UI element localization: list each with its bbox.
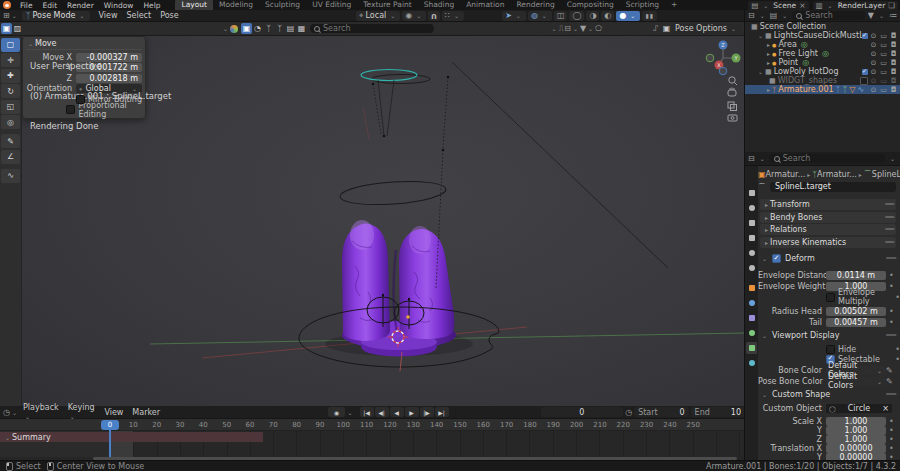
properties-options-icon[interactable]: ⌄ <box>890 155 895 162</box>
filter-icon[interactable]: ▼ <box>868 11 874 20</box>
collection-checkbox[interactable] <box>860 77 868 85</box>
menu-help[interactable]: Help <box>138 1 165 10</box>
tab-modeling[interactable]: Modeling <box>213 0 259 10</box>
gizmo-z-neg[interactable] <box>719 67 727 75</box>
toggle-eye-icon[interactable]: ⊙ <box>869 41 878 49</box>
tab-scripting[interactable]: Scripting <box>620 0 665 10</box>
add-workspace-button[interactable]: + <box>665 0 683 10</box>
tab-sculpting[interactable]: Sculpting <box>259 0 306 10</box>
properties-tab-physics[interactable] <box>746 297 757 309</box>
filter-toggle-layers[interactable]: ▤ <box>285 23 296 34</box>
zoom-control-icon[interactable] <box>729 77 737 85</box>
tool-measure[interactable]: ∠ <box>1 150 20 164</box>
toggle-camera-icon[interactable]: ◘ <box>889 41 898 49</box>
view-layer-selector[interactable]: ▥⌄ RenderLayer ❏ <box>813 1 898 10</box>
xray-toggle[interactable]: ◫ <box>554 11 568 21</box>
toggle-eye-icon[interactable]: ⊙ <box>869 32 878 40</box>
properties-tab-tool[interactable] <box>746 187 757 199</box>
envelope-distance-field[interactable]: 0.0114 m <box>826 271 886 280</box>
shading-rendered-button[interactable]: ●⌄ <box>616 11 640 21</box>
toggle-camera-icon[interactable]: ◘ <box>889 68 898 76</box>
tool-transform[interactable]: ◎ <box>1 115 20 129</box>
properties-tab-output[interactable] <box>746 217 757 229</box>
checkbox-mirror-editing[interactable] <box>76 95 85 104</box>
menu-edit[interactable]: Edit <box>38 1 63 10</box>
viewport-display-section-header[interactable]: ⌄Viewport Display══ <box>760 331 896 340</box>
custom-shape-section-header[interactable]: ⌄Custom Shape══ <box>760 390 896 399</box>
breadcrumb-item-2[interactable]: SplineL... <box>872 170 900 179</box>
playhead-handle[interactable]: 0 <box>101 420 119 430</box>
playhead-line[interactable] <box>109 430 111 457</box>
viewport-menu-select[interactable]: Select <box>126 11 151 20</box>
section-transform[interactable]: ▸Transform══ <box>760 199 896 210</box>
shield-icon[interactable]: ⬠ <box>595 24 602 33</box>
tool-fallback-icon[interactable]: ▨ <box>12 23 23 34</box>
layers-icon[interactable]: ⊟ <box>564 24 571 33</box>
properties-tab-bone[interactable] <box>746 342 757 354</box>
transport-jump-end-button[interactable]: ▶| <box>435 407 449 417</box>
snap-toggle[interactable]: U <box>428 11 440 21</box>
timeline-menu-marker[interactable]: Marker <box>132 408 160 417</box>
toolbar-search-input[interactable]: Search <box>310 24 434 33</box>
menu-window[interactable]: Window <box>99 1 139 10</box>
current-frame-field[interactable]: 0 <box>541 407 624 417</box>
outliner-search-input[interactable]: Search <box>792 11 864 20</box>
outliner-row-lightscausedickmustlookperfect[interactable]: ⌄▦LightsCauseDickMustLookPerfect⊙▭◘ <box>745 31 900 40</box>
outliner-display-mode-icon[interactable]: ⊟ <box>748 11 755 20</box>
toggle-eye-icon[interactable]: ⊙ <box>869 86 878 94</box>
scene-selector[interactable]: ▤⌄ Scene × <box>748 1 808 10</box>
blender-logo-icon[interactable] <box>3 1 11 9</box>
transport-jump-start-button[interactable]: |◀ <box>360 407 374 417</box>
custom-shape-y-1-field[interactable]: 1.000 <box>826 426 886 435</box>
editor-type-icon[interactable]: ⊞ <box>3 11 10 20</box>
toggle-camera-icon[interactable]: ◘ <box>889 50 898 58</box>
shading-wireframe-button[interactable]: ◯ <box>569 11 584 21</box>
properties-tab-view-layer[interactable] <box>746 232 757 244</box>
breadcrumb-item-1[interactable]: Armatur... <box>817 170 857 179</box>
transport-play-forward-button[interactable]: ▶ <box>405 407 419 417</box>
brush-icon[interactable]: ✎ <box>886 377 893 386</box>
auto-keying-button[interactable]: ◉ <box>328 407 344 417</box>
expand-icon[interactable]: ▸ <box>767 59 770 66</box>
toggle-eye-icon[interactable]: ⊙ <box>869 77 878 85</box>
frame-start-field[interactable]: Start 0 <box>634 407 688 417</box>
navigation-gizmo[interactable]: Z Y X <box>706 41 740 75</box>
panel-divider[interactable] <box>744 10 745 460</box>
tab-animation[interactable]: Animation <box>460 0 510 10</box>
filter-toggle-output[interactable]: ▦ <box>296 23 307 34</box>
render-pause-button[interactable]: ▮▮ <box>642 11 657 21</box>
transport-play-reverse-button[interactable]: ◀ <box>390 407 404 417</box>
tab-shading[interactable]: Shading <box>418 0 460 10</box>
outliner-row-armature-001[interactable]: ▸ᛉArmature.001ᛉᛉ▽∿⊙▭◘ <box>745 85 900 94</box>
brush-icon[interactable]: ✎ <box>886 366 893 375</box>
checkbox-proportional-editing[interactable] <box>66 105 75 114</box>
custom-shape-z-2-field[interactable]: 1.000 <box>826 435 886 444</box>
radius-head-field[interactable]: 0.00502 m <box>826 307 886 316</box>
custom-shape-translation-x-3-field[interactable]: 0.00000 <box>826 444 886 453</box>
toggle-screen-icon[interactable]: ▭ <box>879 77 888 85</box>
tab-compositing[interactable]: Compositing <box>561 0 620 10</box>
properties-tab-bone-constraint[interactable] <box>746 357 757 369</box>
properties-tab-world[interactable] <box>746 262 757 274</box>
properties-tab-render[interactable] <box>746 202 757 214</box>
perspective-toggle-icon[interactable] <box>728 102 737 111</box>
tool-move[interactable]: ✚ <box>1 69 20 83</box>
gizmo-dropdown[interactable]: ➤⌄ <box>502 11 526 21</box>
toggle-eye-icon[interactable]: ⊙ <box>869 59 878 67</box>
transform-orientation-dropdown[interactable]: ⌖ Local⌄ <box>356 11 400 21</box>
pose-bone-color-dropdown[interactable]: Default Colors⌄ <box>826 377 886 386</box>
collapse-icon[interactable]: ⌄ <box>758 68 763 75</box>
timeline-menu-view[interactable]: View <box>104 408 123 417</box>
clear-object-icon[interactable]: × <box>882 404 889 413</box>
material-ball-icon[interactable] <box>230 25 238 33</box>
collection-checkbox[interactable] <box>862 33 868 39</box>
outliner-row-area[interactable]: ▸●Area◎⊙▭◘ <box>745 40 900 49</box>
tool-pose-breakdowner[interactable]: ∿ <box>1 169 20 183</box>
outliner-options-icon[interactable]: ≔ <box>889 11 897 20</box>
pan-hand-icon[interactable] <box>728 88 736 97</box>
toggle-eye-icon[interactable]: ⊙ <box>869 68 878 76</box>
toggle-camera-icon[interactable]: ◘ <box>889 77 898 85</box>
active-tool-icon[interactable]: ▣ <box>1 23 12 34</box>
expand-icon[interactable]: ▸ <box>767 86 770 93</box>
toggle-camera-icon[interactable]: ◘ <box>889 86 898 94</box>
